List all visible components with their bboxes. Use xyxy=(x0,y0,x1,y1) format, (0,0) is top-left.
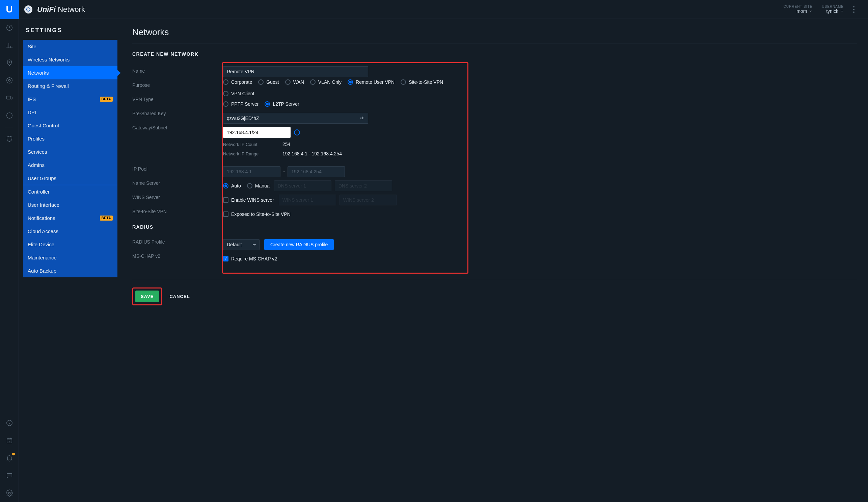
section-heading: CREATE NEW NETWORK xyxy=(132,51,857,57)
topbar: UniFi Network CURRENT SITE mom USERNAME … xyxy=(19,0,868,19)
sidebar-item-cloud-access[interactable]: Cloud Access xyxy=(23,225,117,238)
svg-point-13 xyxy=(27,8,30,11)
rail-info[interactable] xyxy=(0,414,19,432)
enable-wins-label: Enable WINS server xyxy=(231,197,274,203)
chevron-down-icon xyxy=(840,9,844,13)
sidebar-item-elite-device[interactable]: Elite Device xyxy=(23,238,117,251)
page-content: Networks CREATE NEW NETWORK Name Purpose… xyxy=(122,19,868,502)
dns2-input xyxy=(335,180,392,191)
rail-dashboard[interactable] xyxy=(0,19,19,37)
rail-map[interactable] xyxy=(0,54,19,72)
page-title: Networks xyxy=(132,27,857,38)
svg-rect-5 xyxy=(11,97,12,99)
sidebar-item-admins[interactable]: Admins xyxy=(23,159,117,172)
info-icon[interactable]: i xyxy=(294,129,300,135)
ubiquiti-logo[interactable]: U xyxy=(0,0,19,19)
rail-divider xyxy=(6,127,13,127)
require-mschap-label: Require MS-CHAP v2 xyxy=(231,256,277,261)
purpose-opt-guest[interactable]: Guest xyxy=(258,79,279,85)
current-site-selector[interactable]: CURRENT SITE mom xyxy=(784,5,813,14)
settings-heading: SETTINGS xyxy=(23,27,117,40)
name-input[interactable] xyxy=(223,66,368,77)
divider xyxy=(132,43,857,44)
sidebar-item-routing-firewall[interactable]: Routing & Firewall xyxy=(23,79,117,92)
sidebar-item-auto-backup[interactable]: Auto Backup xyxy=(23,264,117,277)
pool-end-input[interactable] xyxy=(288,166,345,177)
network-app-icon xyxy=(24,6,32,13)
label-name-server: Name Server xyxy=(132,180,224,186)
vpn-opt-pptp-server[interactable]: PPTP Server xyxy=(223,101,259,107)
rail-statistics[interactable] xyxy=(0,37,19,54)
require-mschap-checkbox[interactable] xyxy=(223,256,228,261)
purpose-opt-vpn-client[interactable]: VPN Client xyxy=(223,91,254,96)
radius-heading: RADIUS xyxy=(132,224,224,230)
rail-chat[interactable] xyxy=(0,467,19,484)
label-ip-count: Network IP Count xyxy=(223,142,282,147)
label-name: Name xyxy=(132,68,224,74)
label-vpn-type: VPN Type xyxy=(132,96,224,102)
sidebar-item-wireless-networks[interactable]: Wireless Networks xyxy=(23,53,117,66)
more-menu[interactable] xyxy=(853,6,855,13)
sidebar-item-user-interface[interactable]: User Interface xyxy=(23,198,117,211)
beta-badge: BETA xyxy=(100,97,113,102)
eye-icon[interactable]: 👁 xyxy=(360,116,365,121)
sidebar-item-profiles[interactable]: Profiles xyxy=(23,132,117,145)
enable-wins-checkbox[interactable] xyxy=(223,197,228,203)
rail-events[interactable] xyxy=(0,432,19,449)
purpose-opt-wan[interactable]: WAN xyxy=(285,79,304,85)
nameserver-opt-manual[interactable]: Manual xyxy=(247,183,271,189)
app-title: UniFi Network xyxy=(37,5,85,14)
rail-settings[interactable] xyxy=(0,484,19,502)
sidebar-item-services[interactable]: Services xyxy=(23,145,117,159)
sidebar-item-guest-control[interactable]: Guest Control xyxy=(23,119,117,132)
nameserver-opt-auto[interactable]: Auto xyxy=(223,183,241,189)
rail-clients[interactable] xyxy=(0,89,19,107)
label-ip-pool: IP Pool xyxy=(132,165,224,172)
dns1-input xyxy=(274,180,331,191)
sidebar-item-ips[interactable]: IPSBETA xyxy=(23,92,117,106)
svg-point-11 xyxy=(10,475,10,475)
pool-start-input[interactable] xyxy=(223,166,280,177)
divider xyxy=(132,280,857,280)
save-button[interactable]: SAVE xyxy=(135,291,159,302)
purpose-opt-remote-user-vpn[interactable]: Remote User VPN xyxy=(348,79,394,85)
svg-point-2 xyxy=(7,78,12,83)
wins1-input xyxy=(279,194,336,205)
exposed-s2s-checkbox[interactable] xyxy=(223,211,228,217)
create-radius-button[interactable]: Create new RADIUS profile xyxy=(264,239,334,250)
exposed-s2s-label: Exposed to Site-to-Site VPN xyxy=(231,211,291,217)
label-radius-profile: RADIUS Profile xyxy=(132,239,224,244)
rail-devices[interactable] xyxy=(0,72,19,89)
sidebar-item-site[interactable]: Site xyxy=(23,40,117,53)
alert-dot-icon xyxy=(12,453,15,455)
name-server-radio-group: AutoManual xyxy=(223,183,271,189)
sidebar-item-networks[interactable]: Networks xyxy=(23,66,117,79)
psk-input[interactable] xyxy=(223,113,368,124)
value-ip-count: 254 xyxy=(282,142,290,147)
username-selector[interactable]: USERNAME tynick xyxy=(822,5,844,14)
rail-alerts[interactable] xyxy=(0,449,19,467)
app-rail: U xyxy=(0,0,19,502)
beta-badge: BETA xyxy=(100,215,113,221)
sidebar-item-notifications[interactable]: NotificationsBETA xyxy=(23,211,117,225)
purpose-opt-site-to-site-vpn[interactable]: Site-to-Site VPN xyxy=(401,79,443,85)
purpose-opt-corporate[interactable]: Corporate xyxy=(223,79,252,85)
wins2-input xyxy=(340,194,397,205)
sidebar-item-user-groups[interactable]: User Groups xyxy=(23,172,117,185)
sidebar-item-maintenance[interactable]: Maintenance xyxy=(23,251,117,264)
sidebar-item-dpi[interactable]: DPI xyxy=(23,106,117,119)
chevron-down-icon xyxy=(809,9,812,13)
purpose-opt-vlan-only[interactable]: VLAN Only xyxy=(310,79,342,85)
cancel-button[interactable]: CANCEL xyxy=(164,291,195,302)
svg-point-10 xyxy=(9,475,9,475)
rail-insights[interactable] xyxy=(0,107,19,124)
radius-profile-select[interactable]: Default xyxy=(223,239,259,250)
gateway-input[interactable] xyxy=(223,127,291,138)
vpn-opt-l2tp-server[interactable]: L2TP Server xyxy=(265,101,299,107)
rail-security[interactable] xyxy=(0,130,19,148)
sidebar-item-controller[interactable]: Controller xyxy=(23,185,117,198)
vpn-type-radio-group: PPTP ServerL2TP Server xyxy=(223,101,299,107)
label-s2s: Site-to-Site VPN xyxy=(132,208,224,214)
svg-point-1 xyxy=(9,61,10,62)
svg-rect-4 xyxy=(7,96,10,99)
